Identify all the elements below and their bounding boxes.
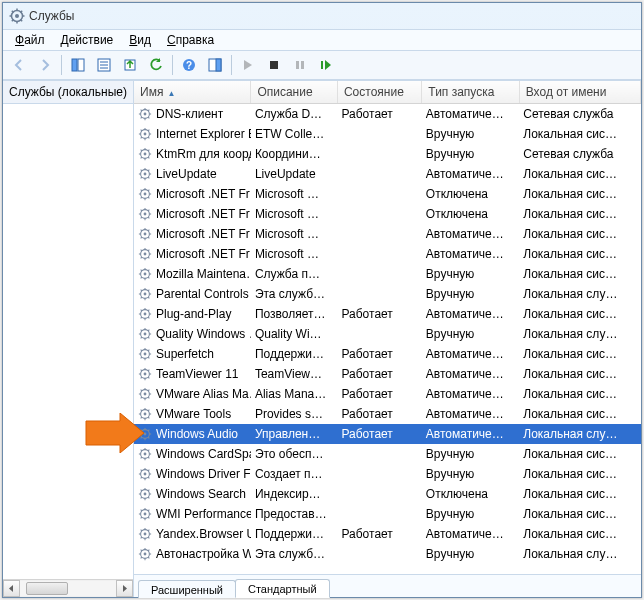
table-row[interactable]: DNS-клиентСлужба D…РаботаетАвтоматиче…Се…: [134, 104, 641, 125]
h-scrollbar[interactable]: [3, 579, 133, 597]
cell-name[interactable]: DNS-клиент: [134, 104, 251, 125]
cell-name[interactable]: Автонастройка W…: [134, 544, 251, 564]
service-gear-icon: [138, 527, 152, 541]
cell-name[interactable]: Microsoft .NET Fr…: [134, 244, 251, 264]
cell-name[interactable]: Internet Explorer E…: [134, 124, 251, 144]
cell-name[interactable]: LiveUpdate: [134, 164, 251, 184]
table-row[interactable]: Mozilla Maintena…Служба п…ВручнуюЛокальн…: [134, 264, 641, 284]
cell-name[interactable]: Quality Windows …: [134, 324, 251, 344]
table-row[interactable]: WMI Performance…Предостав…ВручнуюЛокальн…: [134, 504, 641, 524]
cell-logon: Локальная сис…: [519, 224, 640, 244]
table-row[interactable]: Internet Explorer E…ETW Colle…ВручнуюЛок…: [134, 124, 641, 144]
tab-standard[interactable]: Стандартный: [235, 579, 330, 598]
tree-item-services-local[interactable]: Службы (локальные): [3, 81, 133, 104]
cell-name[interactable]: Plug-and-Play: [134, 304, 251, 324]
cell-name[interactable]: TeamViewer 11: [134, 364, 251, 384]
table-row[interactable]: VMware ToolsProvides s…РаботаетАвтоматич…: [134, 404, 641, 424]
svg-rect-22: [296, 61, 299, 69]
table-row[interactable]: Microsoft .NET Fr…Microsoft …Автоматиче……: [134, 244, 641, 264]
restart-service-button[interactable]: [314, 53, 338, 77]
cell-name[interactable]: Microsoft .NET Fr…: [134, 224, 251, 244]
cell-startup: Отключена: [422, 484, 519, 504]
table-row[interactable]: Автонастройка W…Эта служб…ВручнуюЛокальн…: [134, 544, 641, 564]
menu-help[interactable]: Справка: [159, 31, 222, 49]
col-header-startup[interactable]: Тип запуска: [422, 81, 519, 104]
svg-line-123: [141, 297, 142, 298]
cell-name[interactable]: Windows Audio: [134, 424, 251, 444]
cell-startup: Вручную: [422, 324, 519, 344]
table-row[interactable]: Microsoft .NET Fr…Microsoft …ОтключенаЛо…: [134, 184, 641, 204]
table-row[interactable]: Plug-and-PlayПозволяет…РаботаетАвтоматич…: [134, 304, 641, 324]
svg-line-152: [148, 357, 149, 358]
service-name-text: VMware Tools: [156, 407, 231, 421]
cell-name[interactable]: VMware Alias Ma…: [134, 384, 251, 404]
table-row[interactable]: TeamViewer 11TeamView…РаботаетАвтоматиче…: [134, 364, 641, 384]
table-row[interactable]: Windows SearchИндексир…ОтключенаЛокальна…: [134, 484, 641, 504]
titlebar[interactable]: Службы: [3, 3, 641, 29]
scroll-right-icon[interactable]: [116, 580, 133, 597]
menu-view[interactable]: Вид: [121, 31, 159, 49]
help-button[interactable]: ?: [177, 53, 201, 77]
scroll-track[interactable]: [20, 581, 116, 596]
cell-desc: Координи…: [251, 144, 338, 164]
cell-name[interactable]: Windows CardSpa…: [134, 444, 251, 464]
show-hide-action-pane-button[interactable]: [203, 53, 227, 77]
col-header-desc[interactable]: Описание: [251, 81, 338, 104]
svg-line-102: [148, 257, 149, 258]
col-header-logon[interactable]: Вход от имени: [519, 81, 640, 104]
toolbar: ?: [3, 51, 641, 80]
menu-action[interactable]: Действие: [53, 31, 122, 49]
table-row[interactable]: VMware Alias Ma…Alias Mana…РаботаетАвтом…: [134, 384, 641, 404]
cell-name[interactable]: Microsoft .NET Fr…: [134, 184, 251, 204]
svg-line-112: [148, 277, 149, 278]
svg-line-101: [141, 250, 142, 251]
service-name-text: DNS-клиент: [156, 107, 223, 121]
cell-name[interactable]: Parental Controls: [134, 284, 251, 304]
table-row[interactable]: Windows AudioУправлен…РаботаетАвтоматиче…: [134, 424, 641, 444]
cell-name[interactable]: Superfetch: [134, 344, 251, 364]
svg-line-202: [148, 457, 149, 458]
table-row[interactable]: Quality Windows …Quality Wi…ВручнуюЛокал…: [134, 324, 641, 344]
export-button[interactable]: [118, 53, 142, 77]
svg-rect-24: [321, 61, 323, 69]
col-header-state[interactable]: Состояние: [337, 81, 421, 104]
service-gear-icon: [138, 147, 152, 161]
table-row[interactable]: Microsoft .NET Fr…Microsoft …ОтключенаЛо…: [134, 204, 641, 224]
svg-line-81: [141, 210, 142, 211]
col-header-name[interactable]: Имя▲: [134, 81, 251, 104]
svg-line-143: [141, 337, 142, 338]
svg-line-132: [148, 317, 149, 318]
cell-logon: Локальная сис…: [519, 384, 640, 404]
scroll-thumb[interactable]: [26, 582, 68, 595]
cell-name[interactable]: Mozilla Maintena…: [134, 264, 251, 284]
stop-service-button[interactable]: [262, 53, 286, 77]
cell-name[interactable]: Yandex.Browser U…: [134, 524, 251, 544]
svg-line-184: [148, 410, 149, 411]
toolbar-separator: [231, 55, 232, 75]
table-row[interactable]: Microsoft .NET Fr…Microsoft …Автоматиче……: [134, 224, 641, 244]
cell-name[interactable]: Microsoft .NET Fr…: [134, 204, 251, 224]
svg-line-183: [141, 417, 142, 418]
table-row[interactable]: Yandex.Browser U…Поддержи…РаботаетАвтома…: [134, 524, 641, 544]
cell-logon: Локальная сис…: [519, 204, 640, 224]
menu-file[interactable]: Файл: [7, 31, 53, 49]
svg-line-222: [148, 497, 149, 498]
table-row[interactable]: Parental ControlsЭта служб…ВручнуюЛокаль…: [134, 284, 641, 304]
show-hide-tree-button[interactable]: [66, 53, 90, 77]
tab-extended[interactable]: Расширенный: [138, 580, 236, 598]
table-row[interactable]: Windows CardSpa…Это обесп…ВручнуюЛокальн…: [134, 444, 641, 464]
cell-name[interactable]: KtmRm для коорд…: [134, 144, 251, 164]
service-name-text: TeamViewer 11: [156, 367, 239, 381]
table-row[interactable]: Windows Driver F…Создает п…ВручнуюЛокаль…: [134, 464, 641, 484]
refresh-button[interactable]: [144, 53, 168, 77]
tabstrip: Расширенный Стандартный: [134, 575, 641, 597]
properties-button[interactable]: [92, 53, 116, 77]
table-row[interactable]: KtmRm для коорд…Координи…ВручнуюСетевая …: [134, 144, 641, 164]
cell-name[interactable]: Windows Search: [134, 484, 251, 504]
table-row[interactable]: SuperfetchПоддержи…РаботаетАвтоматиче…Ло…: [134, 344, 641, 364]
table-row[interactable]: LiveUpdateLiveUpdateАвтоматиче…Локальная…: [134, 164, 641, 184]
cell-name[interactable]: VMware Tools: [134, 404, 251, 424]
cell-name[interactable]: Windows Driver F…: [134, 464, 251, 484]
scroll-left-icon[interactable]: [3, 580, 20, 597]
cell-name[interactable]: WMI Performance…: [134, 504, 251, 524]
